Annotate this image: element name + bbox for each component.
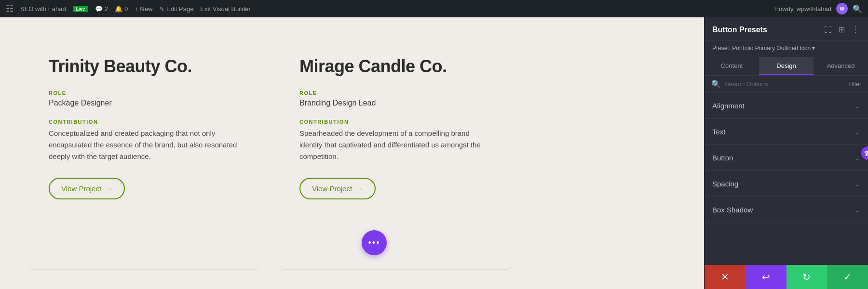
cards-area: Trinity Beauty Co. ROLE Package Designer… bbox=[0, 17, 704, 289]
panel-search: 🔍 + Filter bbox=[705, 76, 868, 93]
view-project-btn-mirage[interactable]: View Project → bbox=[299, 178, 376, 199]
card-mirage: Mirage Candle Co. ROLE Branding Design L… bbox=[280, 37, 511, 270]
role-label-trinity: ROLE bbox=[49, 90, 241, 96]
chevron-down-icon: ⌄ bbox=[854, 206, 860, 214]
panel-title: Button Presets bbox=[712, 26, 767, 34]
more-options-icon[interactable]: ⋮ bbox=[851, 24, 860, 35]
company-name-mirage: Mirage Candle Co. bbox=[299, 56, 491, 77]
cancel-button[interactable]: ✕ bbox=[705, 265, 746, 289]
fab-button[interactable]: ••• bbox=[362, 230, 387, 255]
option-spacing[interactable]: Spacing ⌄ bbox=[705, 171, 868, 197]
bell-icon: 🔔 bbox=[115, 5, 122, 13]
search-icon[interactable]: 🔍 bbox=[853, 4, 862, 13]
role-value-trinity: Package Designer bbox=[49, 99, 241, 107]
save-button[interactable]: ✓ bbox=[827, 265, 868, 289]
panel-options: Alignment ⌄ Text ⌄ Button ⌄ Spacing ⌄ Bo… bbox=[705, 93, 868, 265]
phone-icon: ☎ bbox=[864, 149, 868, 157]
redo-button[interactable]: ↻ bbox=[787, 265, 827, 289]
admin-bar-left: ☷ SEO with Fahad Live 💬 2 🔔 0 + New ✎ Ed… bbox=[6, 3, 767, 14]
contribution-text-mirage: Spearheaded the development of a compell… bbox=[299, 128, 491, 162]
filter-button[interactable]: + Filter bbox=[843, 81, 861, 88]
alerts-count: 0 bbox=[124, 5, 128, 13]
search-icon: 🔍 bbox=[711, 79, 721, 89]
columns-icon[interactable]: ⊞ bbox=[838, 24, 846, 35]
live-badge: Live bbox=[73, 6, 88, 12]
avatar: W bbox=[836, 3, 848, 14]
main-content: Trinity Beauty Co. ROLE Package Designer… bbox=[0, 17, 868, 289]
card-trinity: Trinity Beauty Co. ROLE Package Designer… bbox=[29, 37, 260, 270]
panel-header-icons: ⛶ ⊞ ⋮ bbox=[823, 24, 860, 35]
search-input[interactable] bbox=[725, 80, 840, 88]
wordpress-icon[interactable]: ☷ bbox=[6, 3, 14, 14]
role-value-mirage: Branding Design Lead bbox=[299, 99, 491, 107]
preset-label[interactable]: Preset: Portfolio Primary Outlined Icon … bbox=[712, 45, 815, 52]
chevron-down-icon: ⌄ bbox=[854, 180, 860, 188]
option-alignment[interactable]: Alignment ⌄ bbox=[705, 93, 868, 119]
panel-tabs: Content Design Advanced bbox=[705, 57, 868, 76]
comments-count: 2 bbox=[105, 5, 108, 13]
comments-icon: 💬 bbox=[95, 5, 103, 13]
edit-page-link[interactable]: ✎ Edit Page bbox=[159, 5, 193, 13]
site-name[interactable]: SEO with Fahad bbox=[20, 5, 66, 13]
builder-panel: Button Presets ⛶ ⊞ ⋮ Preset: Portfolio P… bbox=[704, 17, 868, 289]
panel-header: Button Presets ⛶ ⊞ ⋮ bbox=[705, 17, 868, 40]
contribution-label-trinity: CONTRIBUTION bbox=[49, 119, 241, 125]
chevron-down-icon: ⌄ bbox=[854, 128, 860, 136]
panel-preset-bar: Preset: Portfolio Primary Outlined Icon … bbox=[705, 40, 868, 57]
bottom-bar: ✕ ↩ ↻ ✓ bbox=[705, 265, 868, 289]
option-box-shadow[interactable]: Box Shadow ⌄ bbox=[705, 197, 868, 223]
pencil-icon: ✎ bbox=[159, 5, 164, 13]
undo-button[interactable]: ↩ bbox=[746, 265, 787, 289]
option-text[interactable]: Text ⌄ bbox=[705, 119, 868, 145]
tab-advanced[interactable]: Advanced bbox=[814, 57, 868, 75]
chevron-down-icon: ⌄ bbox=[854, 154, 860, 162]
fab-icon: ••• bbox=[368, 238, 380, 248]
new-button[interactable]: + New bbox=[135, 5, 152, 13]
expand-icon[interactable]: ⛶ bbox=[823, 25, 833, 35]
contribution-text-trinity: Conceptualized and created packaging tha… bbox=[49, 128, 241, 162]
view-project-btn-trinity[interactable]: View Project → bbox=[49, 178, 125, 199]
howdy-text: Howdy, wpwithfahad bbox=[774, 5, 831, 13]
tab-design[interactable]: Design bbox=[759, 57, 814, 75]
contribution-label-mirage: CONTRIBUTION bbox=[299, 119, 491, 125]
exit-builder-link[interactable]: Exit Visual Builder bbox=[200, 5, 251, 13]
admin-bar-right: Howdy, wpwithfahad W 🔍 bbox=[774, 3, 862, 14]
chevron-down-icon: ⌄ bbox=[854, 102, 860, 110]
comments-link[interactable]: 💬 2 bbox=[95, 5, 108, 13]
alerts-link[interactable]: 🔔 0 bbox=[115, 5, 128, 13]
tab-content[interactable]: Content bbox=[705, 57, 759, 75]
role-label-mirage: ROLE bbox=[299, 90, 491, 96]
admin-bar: ☷ SEO with Fahad Live 💬 2 🔔 0 + New ✎ Ed… bbox=[0, 0, 868, 17]
company-name-trinity: Trinity Beauty Co. bbox=[49, 56, 241, 77]
option-button[interactable]: Button ⌄ bbox=[705, 145, 868, 171]
